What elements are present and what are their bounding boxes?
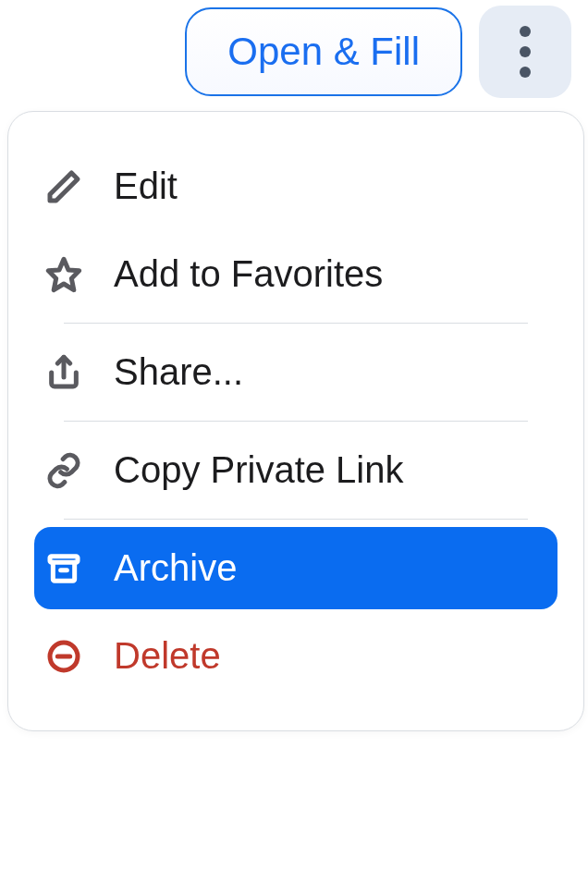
dropdown-menu: Edit Add to Favorites Share... Copy Priv… (7, 111, 584, 731)
menu-item-delete[interactable]: Delete (8, 615, 583, 697)
delete-icon (43, 636, 84, 677)
menu-item-label: Copy Private Link (114, 449, 403, 491)
menu-item-edit[interactable]: Edit (8, 145, 583, 227)
open-and-fill-button[interactable]: Open & Fill (185, 7, 462, 96)
menu-item-label: Delete (114, 635, 221, 677)
menu-item-label: Edit (114, 165, 178, 207)
divider (64, 323, 528, 324)
more-icon (520, 26, 531, 37)
star-icon (43, 254, 84, 295)
menu-item-archive[interactable]: Archive (34, 527, 557, 609)
menu-item-favorites[interactable]: Add to Favorites (8, 233, 583, 315)
toolbar: Open & Fill (0, 0, 588, 98)
divider (64, 519, 528, 520)
more-options-button[interactable] (479, 6, 571, 98)
menu-item-label: Share... (114, 351, 243, 393)
menu-item-label: Archive (114, 547, 237, 589)
link-icon (43, 450, 84, 491)
pencil-icon (43, 166, 84, 207)
archive-icon (43, 548, 84, 589)
menu-item-copy-link[interactable]: Copy Private Link (8, 429, 583, 511)
menu-item-label: Add to Favorites (114, 253, 383, 295)
divider (64, 421, 528, 422)
share-icon (43, 352, 84, 393)
svg-marker-0 (48, 259, 79, 289)
menu-item-share[interactable]: Share... (8, 331, 583, 413)
